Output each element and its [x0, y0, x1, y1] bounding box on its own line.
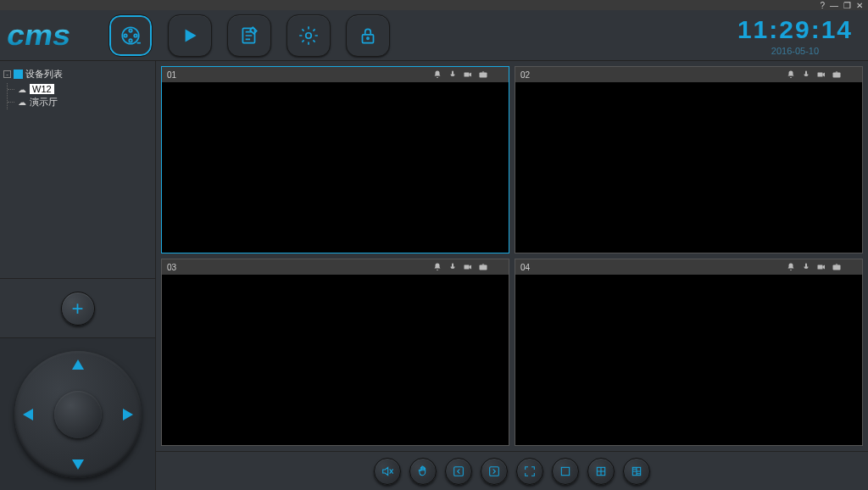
snapshot-icon[interactable] — [478, 70, 488, 80]
video-cell-04[interactable]: 04 — [515, 259, 863, 446]
record-icon[interactable] — [816, 70, 826, 80]
tree-item-w12[interactable]: ☁ W12 — [13, 83, 152, 95]
tree-item-label: 演示厅 — [30, 96, 58, 109]
video-cell-02[interactable]: 02 — [515, 66, 863, 253]
close-icon[interactable] — [847, 70, 857, 80]
ptz-left-button[interactable] — [23, 409, 33, 420]
close-icon[interactable] — [493, 70, 504, 80]
svg-point-16 — [836, 74, 838, 76]
cell-tools — [432, 262, 504, 272]
ptz-center-button[interactable] — [54, 391, 102, 438]
video-grid: 01 02 — [156, 61, 868, 451]
svg-point-6 — [306, 32, 312, 38]
page-next-icon — [487, 465, 501, 478]
cell-header: 04 — [515, 259, 862, 275]
fullscreen-button[interactable] — [516, 458, 543, 485]
minimize-button[interactable]: — — [830, 1, 838, 10]
svg-point-24 — [836, 266, 838, 269]
snapshot-icon[interactable] — [832, 262, 842, 272]
tree-collapse-icon[interactable]: - — [3, 70, 11, 78]
top-toolbar: cms 11:29:14 2016-05-10 — [0, 10, 868, 61]
mic-icon[interactable] — [448, 70, 458, 80]
film-reel-icon — [120, 25, 142, 47]
close-icon[interactable] — [493, 262, 504, 272]
gear-icon — [298, 25, 320, 47]
mic-icon[interactable] — [801, 70, 811, 80]
log-button[interactable] — [227, 14, 271, 57]
layout-quad-icon — [594, 465, 608, 478]
svg-rect-26 — [490, 466, 499, 476]
hand-icon — [416, 465, 430, 478]
svg-point-12 — [482, 74, 485, 76]
svg-point-1 — [129, 29, 131, 31]
svg-point-4 — [124, 34, 126, 36]
settings-button[interactable] — [287, 14, 331, 57]
bell-icon[interactable] — [432, 70, 442, 80]
playback-button[interactable] — [168, 14, 212, 57]
device-icon: ☁ — [18, 97, 26, 107]
bottom-toolbar — [156, 451, 868, 490]
mic-icon[interactable] — [801, 262, 811, 272]
video-cell-01[interactable]: 01 — [161, 66, 509, 253]
next-page-button[interactable] — [481, 458, 508, 485]
ptz-down-button[interactable] — [72, 459, 84, 470]
live-view-button[interactable] — [108, 14, 153, 57]
prev-page-button[interactable] — [445, 458, 472, 485]
tree-root[interactable]: - 设备列表 — [3, 68, 152, 81]
cell-number: 02 — [520, 70, 530, 80]
ptz-right-button[interactable] — [123, 409, 133, 420]
record-icon[interactable] — [463, 262, 473, 272]
svg-point-20 — [482, 266, 485, 269]
talk-button[interactable] — [409, 458, 437, 485]
add-device-button[interactable]: + — [61, 292, 95, 326]
mute-button[interactable] — [374, 458, 401, 485]
video-cell-03[interactable]: 03 — [161, 259, 509, 446]
page-prev-icon — [452, 465, 465, 478]
record-icon[interactable] — [816, 262, 826, 272]
svg-point-8 — [367, 37, 369, 39]
layout-many-icon — [630, 465, 643, 478]
bell-icon[interactable] — [786, 262, 796, 272]
layout-more-button[interactable] — [623, 458, 650, 485]
notepad-edit-icon — [238, 25, 260, 47]
snapshot-icon[interactable] — [478, 262, 488, 272]
fullscreen-icon — [523, 465, 537, 478]
snapshot-icon[interactable] — [832, 70, 842, 80]
plus-icon: + — [71, 297, 83, 320]
cell-header: 01 — [162, 67, 509, 82]
record-icon[interactable] — [463, 70, 473, 80]
svg-point-3 — [129, 39, 131, 42]
title-bar: ? — ❐ ✕ — [0, 0, 868, 10]
bell-icon[interactable] — [786, 70, 796, 80]
help-button[interactable]: ? — [820, 1, 825, 10]
close-button[interactable]: ✕ — [856, 1, 863, 10]
play-icon — [179, 25, 201, 47]
mic-icon[interactable] — [448, 262, 458, 272]
svg-rect-10 — [465, 73, 470, 77]
clock-time: 11:29:14 — [737, 15, 853, 44]
layout-4-button[interactable] — [587, 458, 615, 485]
cell-header: 03 — [162, 259, 509, 275]
clock: 11:29:14 2016-05-10 — [737, 15, 853, 56]
clock-date: 2016-05-10 — [737, 46, 853, 56]
layout-1-button[interactable] — [552, 458, 579, 485]
close-icon[interactable] — [847, 262, 857, 272]
maximize-button[interactable]: ❐ — [843, 1, 851, 10]
layout-single-icon — [559, 465, 572, 478]
svg-rect-22 — [818, 265, 823, 270]
tree-item-label: W12 — [30, 84, 54, 94]
app-logo: cms — [4, 19, 74, 52]
svg-rect-25 — [454, 466, 464, 476]
tree-item-demo[interactable]: ☁ 演示厅 — [13, 95, 152, 109]
cell-tools — [786, 70, 857, 80]
svg-rect-27 — [561, 467, 569, 475]
ptz-up-button[interactable] — [72, 359, 84, 370]
ptz-panel — [0, 337, 156, 490]
tree-root-label: 设备列表 — [25, 68, 63, 81]
bell-icon[interactable] — [432, 262, 442, 272]
cell-number: 01 — [167, 70, 176, 80]
svg-rect-18 — [465, 265, 470, 270]
cell-tools — [786, 262, 857, 272]
lock-button[interactable] — [346, 14, 390, 57]
device-icon: ☁ — [18, 85, 26, 94]
